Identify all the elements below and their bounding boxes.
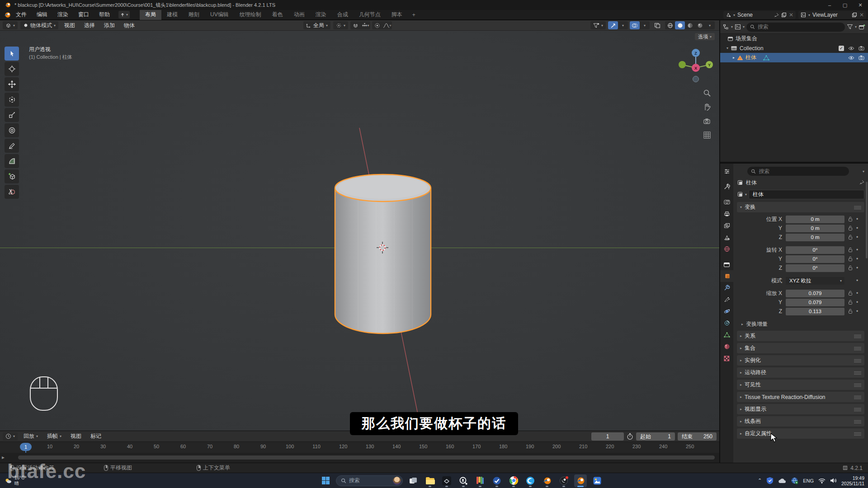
properties-tab-output[interactable] [720, 208, 733, 220]
panel-grip-icon[interactable] [854, 383, 861, 387]
extensions-update-button[interactable]: ▾ [118, 11, 130, 19]
outliner-row-cylinder[interactable]: ▸ 柱体 [720, 53, 868, 62]
lock-icon[interactable] [848, 309, 853, 314]
pin-icon[interactable] [859, 180, 864, 185]
properties-tab-collection[interactable] [720, 258, 733, 270]
workspace-tab-7[interactable]: 渲染 [310, 10, 332, 20]
animate-dot-icon[interactable]: • [856, 256, 858, 262]
workspace-tab-5[interactable]: 着色 [267, 10, 288, 20]
transform-value-field[interactable]: 0.113 [786, 308, 844, 315]
panel-7[interactable]: ▸线条画 [737, 416, 864, 427]
collection-expand-icon[interactable]: ▾ [726, 46, 728, 50]
panel-3[interactable]: ▸运动路径 [737, 367, 864, 378]
viewport-3d[interactable]: ▾ 物体模式 ▾ 视图选择添加物体 全局 ▾ ▾ [0, 20, 719, 431]
properties-tab-constraints[interactable] [720, 317, 733, 329]
panel-2[interactable]: ▸实例化 [737, 355, 864, 366]
transform-value-field[interactable]: 0.079 [786, 299, 844, 306]
pin-icon[interactable] [774, 13, 779, 18]
add-workspace-button[interactable]: + [408, 12, 420, 18]
viewport-options-button[interactable]: 选项 ▾ [695, 33, 715, 40]
properties-tab-world[interactable] [720, 243, 733, 255]
transform-value-field[interactable]: 0° [786, 246, 844, 254]
timeline-menu-2[interactable]: 视图 [66, 432, 86, 440]
properties-tab-modifiers[interactable] [720, 282, 733, 294]
file-explorer-icon[interactable] [424, 474, 436, 487]
autokey-stopwatch-icon[interactable] [627, 433, 633, 440]
proportional-editing-toggle[interactable] [372, 21, 382, 29]
workspace-tab-10[interactable]: 脚本 [386, 10, 408, 20]
workspace-tab-6[interactable]: 动画 [288, 10, 310, 20]
panel-6[interactable]: ▸视图显示 [737, 404, 864, 414]
editor-chevron-icon[interactable]: ▾ [731, 25, 733, 29]
filter-chevron-icon[interactable]: ▾ [855, 25, 857, 29]
timeline-menu-1[interactable]: 插帧▾ [42, 432, 66, 440]
viewport-menu-0[interactable]: 视图 [60, 22, 80, 29]
taskbar-search-input[interactable]: 搜索 [336, 475, 403, 486]
overlays-toggle[interactable] [630, 21, 640, 29]
panel-0[interactable]: ▸关系 [737, 331, 864, 341]
taskbar-weather-widget[interactable]: 16°C 晴 [5, 475, 24, 486]
task-view-button[interactable] [407, 474, 420, 487]
gizmo-dropdown[interactable]: ▾ [618, 21, 628, 29]
shading-solid-button[interactable] [675, 21, 685, 29]
rotation-mode-dropdown[interactable]: XYZ 欧拉▾ [786, 277, 844, 285]
transform-value-field[interactable]: 0 m [786, 234, 844, 241]
outliner-row-collection[interactable]: ▾ Collection ✓ [720, 43, 868, 53]
visibility-filter-dropdown[interactable]: ▾ [590, 21, 606, 29]
workspace-tab-3[interactable]: UV编辑 [205, 10, 234, 20]
gizmo-toggle[interactable] [608, 21, 618, 29]
panel-grip-icon[interactable] [854, 395, 861, 399]
eye-icon[interactable] [848, 46, 854, 51]
xray-toggle[interactable] [652, 21, 662, 29]
panel-grip-icon[interactable] [854, 359, 861, 362]
close-button[interactable]: ✕ [853, 0, 868, 10]
panel-grip-icon[interactable] [854, 432, 861, 436]
transform-value-field[interactable]: 0 m [786, 225, 844, 232]
tray-language[interactable]: ENG [803, 478, 814, 483]
collection-checkbox[interactable]: ✓ [839, 46, 844, 51]
panel-grip-icon[interactable] [854, 206, 861, 209]
panel-4[interactable]: ▸可见性 [737, 380, 864, 390]
scene-selector[interactable]: ▾ Scene ✕ [723, 11, 796, 19]
panel-grip-icon[interactable] [854, 408, 861, 411]
snap-magnet-toggle[interactable] [350, 21, 360, 29]
animate-dot-icon[interactable]: • [856, 277, 858, 284]
properties-tab-data[interactable] [720, 329, 733, 341]
menu-3[interactable]: 窗口 [73, 10, 94, 20]
properties-tab-render[interactable] [720, 196, 733, 208]
blender-active-icon[interactable] [574, 474, 587, 487]
navigation-gizmo[interactable]: Z Y X [676, 47, 715, 85]
panel-grip-icon[interactable] [854, 347, 861, 350]
snap-settings-dropdown[interactable]: ▾ [360, 21, 370, 29]
frame-start-field[interactable]: 起始 1 [636, 432, 675, 441]
antivirus-shield-icon[interactable] [766, 477, 774, 484]
properties-options-chevron-icon[interactable]: ▾ [863, 169, 864, 174]
menu-1[interactable]: 编辑 [32, 10, 52, 20]
gizmo-y-neg-axis[interactable] [679, 61, 686, 68]
shading-wireframe-button[interactable] [665, 21, 675, 29]
eye-icon[interactable] [848, 56, 854, 60]
panel-1[interactable]: ▸集合 [737, 343, 864, 353]
properties-tab-material[interactable] [720, 341, 733, 352]
animate-dot-icon[interactable]: • [856, 225, 858, 231]
new-collection-icon[interactable] [859, 24, 865, 30]
panel-8[interactable]: ▸自定义属性 [737, 428, 864, 439]
panel-grip-icon[interactable] [854, 334, 861, 338]
gizmo-z-neg-axis[interactable] [693, 76, 699, 82]
shading-dropdown[interactable]: ▾ [705, 21, 715, 29]
frame-end-field[interactable]: 结束 250 [678, 432, 717, 441]
sync-globe-icon[interactable] [791, 477, 798, 484]
viewport-menu-3[interactable]: 物体 [119, 22, 139, 29]
menu-2[interactable]: 渲染 [52, 10, 73, 20]
workspace-tab-4[interactable]: 纹理绘制 [234, 10, 267, 20]
panel-grip-icon[interactable] [854, 420, 861, 423]
transform-panel-header[interactable]: ▾ 变换 [737, 202, 864, 212]
filter-funnel-icon[interactable] [847, 24, 853, 30]
pivot-point-dropdown[interactable]: ▾ [333, 21, 348, 29]
onedrive-cloud-icon[interactable] [778, 478, 786, 483]
transform-value-field[interactable]: 0.079 [786, 290, 844, 297]
lock-icon[interactable] [848, 235, 853, 240]
camera-render-icon[interactable] [859, 55, 864, 60]
transform-tool[interactable] [5, 123, 19, 137]
tray-expand-icon[interactable]: ⌃ [758, 478, 762, 483]
